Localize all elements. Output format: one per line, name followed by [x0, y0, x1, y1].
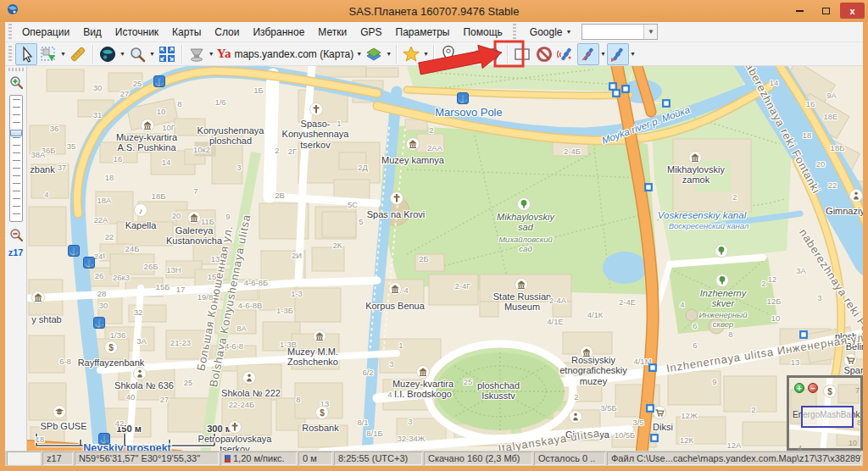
add-path-button[interactable]: [459, 43, 481, 65]
maximize-button[interactable]: [814, 3, 838, 19]
zoom-in-icon: [8, 75, 24, 90]
combo-dropdown-button[interactable]: ▼: [643, 25, 657, 39]
menu-item[interactable]: GPS: [353, 24, 388, 41]
gps-track-icon: [579, 45, 598, 64]
layers-dropdown[interactable]: ▼: [385, 51, 392, 57]
zoom-level-label: z17: [5, 247, 26, 258]
selection-tool-button[interactable]: [37, 43, 59, 65]
globe-icon: [98, 45, 117, 64]
status-segment: N59°56'31,57" E30°19'55,33": [75, 452, 219, 465]
globe-tool-button[interactable]: [97, 43, 119, 65]
download-manager-button[interactable]: [186, 43, 208, 65]
minimap-dollar-icon: $: [823, 385, 837, 402]
menu-item[interactable]: Помощь: [456, 24, 509, 41]
ban-icon: [535, 45, 554, 64]
minimap-house-number: 10: [849, 439, 857, 447]
placemark-icon: [439, 45, 458, 64]
menu-item[interactable]: Вид: [76, 24, 108, 41]
zoom-panel: z17: [5, 66, 27, 451]
map-source-dropdown[interactable]: ▼: [355, 51, 363, 57]
star-icon: [402, 45, 420, 64]
add-polygon-button[interactable]: [481, 43, 504, 65]
minimap-viewport-rect[interactable]: [801, 406, 854, 428]
map-canvas: [27, 66, 863, 451]
menu-grip[interactable]: [8, 24, 12, 41]
favorites-dropdown[interactable]: ▼: [422, 51, 430, 57]
search-combobox[interactable]: ▼: [581, 24, 658, 40]
menu-item[interactable]: Слои: [208, 24, 246, 41]
main-toolbar: ▼ ▼ ▼ ▼ Ya maps.yandex.com (Карта) ▼ ▼ ▼…: [5, 42, 863, 66]
search-dropdown[interactable]: ▼: [148, 51, 156, 57]
zoom-in-button[interactable]: [7, 73, 25, 91]
menu-item[interactable]: Источник: [108, 24, 165, 41]
status-bar: z17N59°56'31,57" E30°19'55,33"1,20 м/пик…: [5, 451, 863, 466]
gps-center-icon: [609, 45, 627, 64]
layers-button[interactable]: [363, 43, 385, 65]
zoom-panel-grip[interactable]: [8, 68, 24, 71]
gps-center-dropdown[interactable]: ▼: [629, 51, 637, 57]
menu-item[interactable]: Метки: [311, 24, 353, 41]
source-select[interactable]: Google ▼: [525, 25, 577, 40]
menu-item[interactable]: Избранное: [246, 24, 311, 41]
zoom-slider[interactable]: [9, 95, 23, 222]
zoom-slider-handle[interactable]: [10, 130, 22, 136]
minimize-button[interactable]: [787, 3, 812, 19]
rectangle-icon: [513, 45, 531, 64]
map-source-label: maps.yandex.com (Карта): [232, 48, 355, 60]
menu-item[interactable]: Карты: [165, 24, 208, 41]
map-source-button[interactable]: Ya maps.yandex.com (Карта) ▼: [215, 47, 363, 61]
status-segment: Файл C:\Use...cache\maps.yandex.com.Map\…: [607, 452, 861, 465]
favorites-button[interactable]: [400, 43, 422, 65]
gps-connect-button[interactable]: [555, 43, 577, 65]
yandex-logo: Ya: [215, 47, 233, 61]
status-segment: z17: [42, 452, 73, 465]
search-icon: [128, 45, 147, 64]
status-segment: Осталось 0 ..: [534, 452, 605, 465]
zoom-slider-ticks: [13, 99, 20, 218]
globe-dropdown[interactable]: ▼: [119, 51, 126, 57]
cursor-tool-button[interactable]: [15, 43, 37, 65]
zoom-out-button[interactable]: [7, 225, 25, 244]
title-bar: SAS.Планета 160707.9476 Stable x: [0, 0, 868, 22]
selection-icon: [39, 45, 58, 64]
minimap-house-number: 8: [857, 418, 861, 427]
search-input[interactable]: [582, 25, 643, 39]
fullscreen-icon: [158, 45, 176, 64]
status-segment: [7, 452, 41, 465]
disable-downloading-button[interactable]: [533, 43, 555, 65]
polygon-icon: [483, 45, 502, 64]
source-grip[interactable]: [513, 24, 516, 41]
minimap-zoom-in-button[interactable]: +: [794, 383, 804, 393]
minimap-zoom-out-button[interactable]: −: [808, 383, 818, 393]
minimap-house-number: 7: [855, 386, 860, 395]
source-select-label: Google: [530, 26, 563, 38]
gps-signal-icon: [557, 45, 576, 64]
toolbar-grip[interactable]: [8, 46, 12, 63]
cursor-icon: [17, 45, 36, 64]
gps-track-button[interactable]: [577, 43, 599, 65]
zoom-out-icon: [8, 227, 24, 242]
flag-icon: [225, 455, 231, 463]
overview-map[interactable]: + − $ EnergoMashBank 78104: [787, 375, 863, 451]
ruler-tool-button[interactable]: [67, 43, 89, 65]
download-dropd own[interactable]: ▼: [208, 51, 215, 57]
svg-text:$: $: [827, 387, 832, 396]
status-segment: Скачано 160 (2,3 Мб): [424, 452, 532, 465]
rect-selection-button[interactable]: [511, 43, 533, 65]
close-button[interactable]: x: [840, 3, 865, 19]
app-window: SAS.Планета 160707.9476 Stable x Операци…: [0, 0, 868, 471]
status-segment: 1,20 м/пикс.: [220, 452, 297, 465]
minimap-house-number: 4: [798, 444, 802, 451]
status-segment: 0 м: [298, 452, 332, 465]
gps-center-button[interactable]: [607, 43, 629, 65]
ruler-icon: [69, 45, 87, 64]
menu-item[interactable]: Параметры: [389, 24, 457, 41]
menu-item[interactable]: Операции: [15, 24, 76, 41]
add-placemark-button[interactable]: [437, 43, 459, 65]
fullscreen-button[interactable]: [156, 43, 178, 65]
search-tool-button[interactable]: [126, 43, 148, 65]
map-viewport[interactable]: Muzey-kvartira A.S. PushkinaKonyushennay…: [27, 66, 863, 451]
gps-track-dropdown[interactable]: ▼: [599, 51, 607, 57]
selection-dropdown[interactable]: ▼: [59, 51, 67, 57]
status-segment: 8:25:55 (UTC+3): [334, 452, 422, 465]
